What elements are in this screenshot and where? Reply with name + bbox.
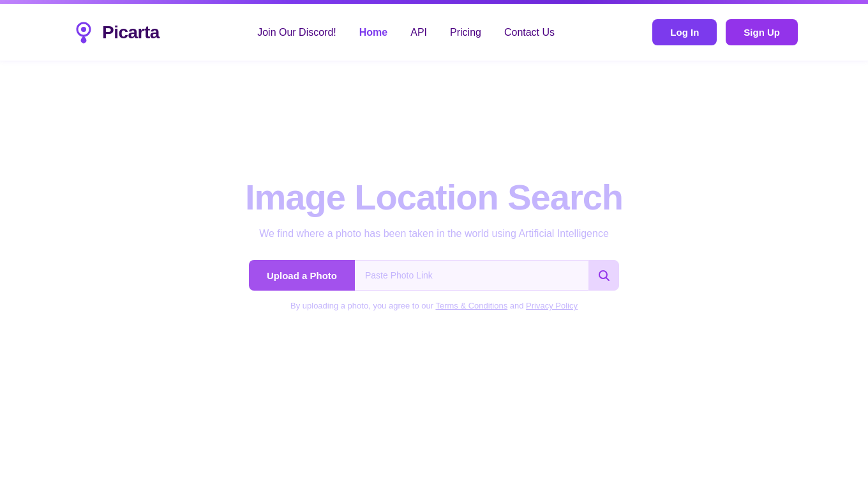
main-content: Image Location Search We find where a ph…	[0, 61, 868, 374]
svg-point-1	[81, 27, 86, 32]
search-icon	[597, 269, 610, 282]
search-button[interactable]	[588, 260, 619, 291]
svg-line-3	[606, 278, 610, 281]
paste-link-input[interactable]	[355, 260, 588, 291]
signup-button[interactable]: Sign Up	[726, 19, 798, 45]
terms-and: and	[507, 301, 526, 310]
hero-title: Image Location Search	[245, 176, 623, 218]
search-row: Upload a Photo	[249, 260, 619, 291]
nav-discord[interactable]: Join Our Discord!	[257, 27, 336, 38]
nav-home[interactable]: Home	[359, 27, 387, 38]
logo[interactable]: Picarta	[70, 19, 160, 46]
terms-text: By uploading a photo, you agree to our T…	[290, 301, 578, 310]
privacy-link[interactable]: Privacy Policy	[526, 301, 578, 310]
nav-contact[interactable]: Contact Us	[504, 27, 555, 38]
nav-api[interactable]: API	[410, 27, 427, 38]
upload-button[interactable]: Upload a Photo	[249, 260, 355, 291]
nav-actions: Log In Sign Up	[652, 19, 798, 45]
logo-text: Picarta	[102, 22, 160, 43]
nav-pricing[interactable]: Pricing	[450, 27, 481, 38]
login-button[interactable]: Log In	[652, 19, 717, 45]
terms-prefix: By uploading a photo, you agree to our	[290, 301, 435, 310]
terms-link[interactable]: Terms & Conditions	[435, 301, 507, 310]
logo-icon	[70, 19, 97, 46]
hero-subtitle: We find where a photo has been taken in …	[259, 228, 609, 240]
nav-links: Join Our Discord! Home API Pricing Conta…	[257, 27, 555, 38]
navbar: Picarta Join Our Discord! Home API Prici…	[0, 4, 868, 61]
